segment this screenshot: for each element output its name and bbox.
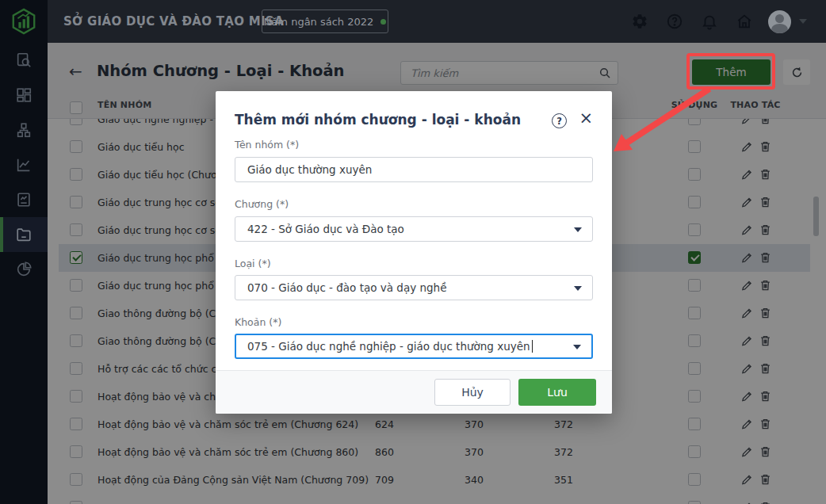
left-sidebar — [0, 43, 48, 504]
cancel-button[interactable]: Hủy — [434, 379, 511, 406]
top-header-bar: SỞ GIÁO DỤC VÀ ĐÀO TẠO MISA Năm ngân sác… — [0, 0, 826, 43]
app-title: SỞ GIÁO DỤC VÀ ĐÀO TẠO MISA — [63, 0, 284, 43]
app-window: SỞ GIÁO DỤC VÀ ĐÀO TẠO MISA Năm ngân sác… — [0, 0, 826, 504]
modal-title: Thêm mới nhóm chương - loại - khoản — [235, 112, 521, 128]
sidebar-item-pie-report[interactable] — [0, 252, 48, 287]
misa-logo-icon — [10, 8, 37, 35]
group-name-input-wrap — [235, 157, 593, 182]
group-name-label: Tên nhóm (*) — [235, 139, 299, 151]
pie-chart-icon — [15, 261, 33, 278]
dashboard-grid-icon — [15, 86, 33, 104]
document-search-icon — [15, 52, 33, 69]
green-status-dot — [380, 19, 386, 25]
avatar-head — [775, 14, 784, 23]
app-logo[interactable] — [0, 0, 48, 43]
documents-drawer-icon — [15, 226, 33, 243]
save-button[interactable]: Lưu — [518, 379, 596, 406]
modal-footer: Hủy Lưu — [216, 370, 612, 414]
gear-icon[interactable] — [631, 13, 648, 30]
report-icon — [15, 191, 33, 208]
home-icon[interactable] — [736, 13, 753, 30]
chuong-select-value: 422 - Sở Giáo dục và Đào tạo — [247, 223, 404, 235]
budget-year-selector[interactable]: Năm ngân sách 2022 — [262, 10, 388, 33]
chuong-select[interactable]: 422 - Sở Giáo dục và Đào tạo — [235, 216, 593, 242]
sidebar-item-dashboard[interactable] — [0, 78, 48, 113]
avatar[interactable] — [768, 10, 791, 33]
sidebar-item-search-document[interactable] — [0, 43, 48, 78]
help-icon[interactable] — [666, 13, 683, 30]
text-cursor — [532, 340, 533, 353]
org-hierarchy-icon — [15, 121, 33, 139]
avatar-body — [771, 24, 788, 33]
group-name-input[interactable] — [247, 163, 568, 176]
chevron-down-icon[interactable] — [799, 19, 807, 24]
budget-year-label: Năm ngân sách 2022 — [264, 16, 374, 28]
khoan-select-value: 075 - Giáo dục nghề nghiệp - giáo dục th… — [247, 340, 530, 353]
loai-select-value: 070 - Giáo dục - đào tạo và dạy nghề — [247, 281, 446, 294]
close-icon[interactable]: × — [579, 110, 593, 127]
loai-label: Loại (*) — [235, 258, 271, 269]
line-chart-icon — [15, 156, 33, 174]
bell-icon[interactable] — [701, 13, 718, 30]
khoan-label: Khoản (*) — [235, 316, 281, 328]
chuong-label: Chương (*) — [235, 198, 289, 210]
loai-select[interactable]: 070 - Giáo dục - đào tạo và dạy nghề — [235, 275, 593, 300]
sidebar-item-documents[interactable] — [0, 217, 48, 252]
add-group-modal: Thêm mới nhóm chương - loại - khoản ? × … — [216, 91, 612, 414]
khoan-select[interactable]: 075 - Giáo dục nghề nghiệp - giáo dục th… — [235, 334, 593, 359]
help-icon[interactable]: ? — [552, 113, 567, 128]
sidebar-item-chart[interactable] — [0, 147, 48, 182]
sidebar-item-hierarchy[interactable] — [0, 113, 48, 147]
sidebar-item-report[interactable] — [0, 182, 48, 217]
